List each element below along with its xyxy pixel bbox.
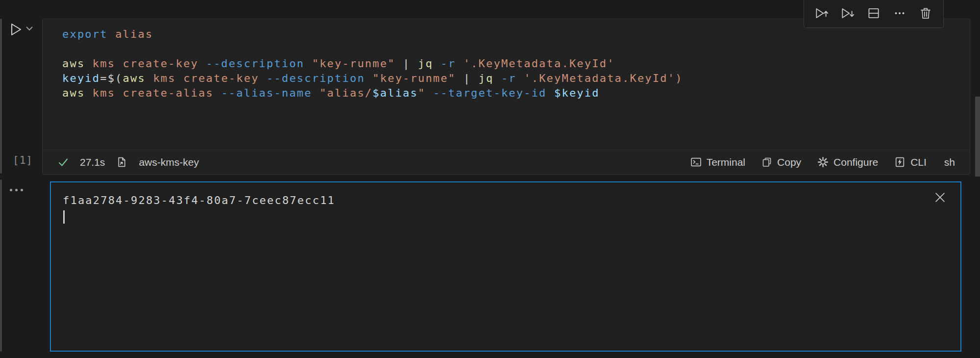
code-line: aws kms create-alias --alias-name "alias… — [62, 86, 960, 101]
execution-count: [1] — [13, 154, 33, 166]
split-cell-button[interactable] — [865, 5, 882, 22]
code-token — [433, 57, 441, 70]
code-token — [85, 87, 92, 99]
execute-above-icon — [814, 6, 829, 21]
code-line: export alias — [62, 27, 960, 42]
terminal-action[interactable]: Terminal — [690, 156, 745, 168]
code-token: kms create-key — [93, 57, 198, 70]
code-token: --alias-name — [221, 87, 312, 99]
execute-above-button[interactable] — [813, 5, 830, 22]
code-token: | — [395, 57, 418, 70]
output-menu-button[interactable] — [10, 185, 26, 194]
chevron-down-icon — [25, 26, 33, 32]
code-line: keyid=$(aws kms create-key --description… — [62, 71, 960, 86]
code-token: --description — [206, 57, 304, 70]
play-icon — [8, 22, 24, 37]
ellipsis-icon — [10, 189, 12, 191]
cli-action[interactable]: CLI — [894, 156, 927, 168]
configure-action[interactable]: Configure — [817, 156, 878, 168]
code-token: export — [62, 28, 108, 40]
code-token: | — [456, 72, 478, 84]
code-token: "key-runme" — [372, 72, 456, 84]
terminal-cursor — [63, 210, 65, 224]
code-token — [456, 57, 463, 70]
cell-output[interactable]: f1aa2784-9283-43f4-80a7-7ceec87ecc11 — [50, 181, 961, 352]
code-token: keyid — [62, 72, 100, 84]
split-cell-icon — [866, 6, 881, 21]
code-token: "alias/ — [319, 87, 372, 99]
code-token — [146, 72, 153, 84]
cell-toolbar — [804, 0, 944, 28]
run-options-button[interactable] — [25, 26, 33, 32]
cli-label: CLI — [910, 156, 927, 168]
output-text: f1aa2784-9283-43f4-80a7-7ceec87ecc11 — [63, 193, 335, 208]
code-token — [259, 72, 267, 84]
ellipsis-icon — [892, 6, 907, 21]
code-token: --target-key-id — [433, 87, 547, 99]
go-to-file-icon — [116, 156, 128, 168]
terminal-icon — [690, 156, 702, 168]
status-right: Terminal Copy — [690, 156, 955, 168]
vertical-scrollbar[interactable] — [975, 97, 980, 177]
code-token: jq — [418, 57, 433, 70]
duration-label: 27.1s — [80, 156, 105, 168]
code-token: -r — [501, 72, 516, 84]
code-token: --description — [267, 72, 365, 84]
output-focus-bar — [0, 179, 2, 352]
copy-action[interactable]: Copy — [761, 156, 801, 168]
ellipsis-icon — [21, 189, 23, 191]
code-token: aws — [62, 57, 85, 70]
status-left: 27.1s aws-kms-key — [57, 156, 199, 168]
trash-icon — [918, 6, 933, 21]
code-token: kms create-key — [153, 72, 259, 84]
code-token: -r — [441, 57, 456, 70]
execute-below-icon — [840, 6, 855, 21]
code-token: "key-runme" — [312, 57, 395, 70]
code-token — [108, 28, 115, 40]
cli-bolt-icon — [894, 156, 906, 168]
more-actions-button[interactable] — [891, 5, 908, 22]
run-cell-button[interactable] — [8, 21, 26, 38]
code-token: $alias — [372, 87, 418, 99]
code-line — [62, 42, 960, 56]
delete-cell-button[interactable] — [917, 5, 934, 22]
code-token: '.KeyMetadata.KeyId') — [524, 72, 683, 84]
notebook-page: [1] export alias aws kms create-key --de… — [0, 0, 980, 358]
terminal-label: Terminal — [707, 156, 745, 168]
cell-status-bar: 27.1s aws-kms-key Terminal — [43, 150, 970, 174]
code-token: '.KeyMetadata.KeyId' — [464, 57, 615, 70]
close-output-button[interactable] — [933, 190, 947, 204]
gear-icon — [817, 156, 829, 168]
close-icon — [934, 192, 946, 203]
code-token — [312, 87, 319, 99]
code-token: aws — [62, 87, 85, 99]
cell-name-label[interactable]: aws-kms-key — [139, 156, 199, 168]
execute-below-button[interactable] — [839, 5, 856, 22]
code-token — [547, 87, 554, 99]
code-token: jq — [479, 72, 494, 84]
notebook-cell: export alias aws kms create-key --descri… — [42, 19, 970, 175]
check-icon — [57, 156, 69, 168]
code-line: aws kms create-key --description "key-ru… — [62, 56, 960, 71]
code-token: kms create-alias — [93, 87, 214, 99]
copy-label: Copy — [777, 156, 801, 168]
code-area[interactable]: export alias aws kms create-key --descri… — [43, 19, 970, 151]
code-token: alias — [115, 28, 153, 40]
code-token: aws — [123, 72, 146, 84]
code-token: $keyid — [554, 87, 600, 99]
cell-focus-bar — [0, 19, 2, 174]
code-token: =$( — [100, 72, 122, 84]
language-label[interactable]: sh — [944, 156, 955, 168]
configure-label: Configure — [833, 156, 878, 168]
code-token — [365, 72, 372, 84]
code-token — [516, 72, 524, 84]
code-token — [198, 57, 206, 70]
code-token — [304, 57, 312, 70]
code-token — [85, 57, 92, 70]
ellipsis-icon — [15, 189, 18, 191]
code-token — [493, 72, 501, 84]
code-token — [425, 87, 433, 99]
code-token: " — [418, 87, 425, 99]
code-token — [214, 87, 221, 99]
copy-icon — [761, 156, 773, 168]
